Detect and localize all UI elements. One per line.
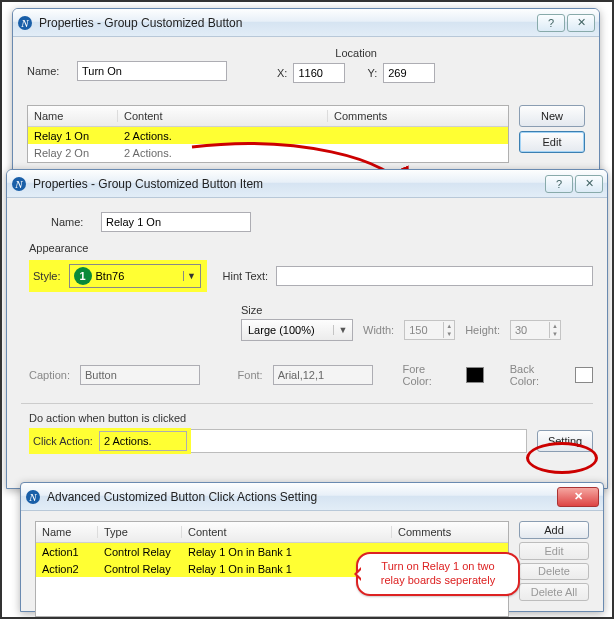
col-content[interactable]: Content xyxy=(118,110,328,122)
font-input xyxy=(273,365,373,385)
help-button[interactable]: ? xyxy=(545,175,573,193)
app-icon: N xyxy=(25,489,41,505)
hint-input[interactable] xyxy=(276,266,593,286)
x-input[interactable] xyxy=(293,63,345,83)
name-label: Name: xyxy=(51,216,101,228)
svg-text:N: N xyxy=(28,491,37,503)
click-action-label: Click Action: xyxy=(33,435,93,447)
chevron-down-icon: ▼ xyxy=(183,271,200,281)
hint-label: Hint Text: xyxy=(223,270,269,282)
size-label: Size xyxy=(241,304,593,316)
svg-text:N: N xyxy=(20,17,29,29)
window-title: Properties - Group Customized Button Ite… xyxy=(33,177,543,191)
window-group-button: N Properties - Group Customized Button ?… xyxy=(12,8,600,178)
table-row[interactable]: Relay 2 On 2 Actions. xyxy=(28,144,508,161)
col-comments[interactable]: Comments xyxy=(328,110,508,122)
delete-all-button[interactable]: Delete All xyxy=(519,583,589,601)
window-title: Properties - Group Customized Button xyxy=(39,16,535,30)
annotation-callout: Turn on Relay 1 on two relay boards sepe… xyxy=(356,552,520,596)
app-icon: N xyxy=(11,176,27,192)
col-comments[interactable]: Comments xyxy=(392,526,508,538)
name-input[interactable] xyxy=(77,61,227,81)
style-badge-icon: 1 xyxy=(74,267,92,285)
font-label: Font: xyxy=(238,369,263,381)
setting-button[interactable]: Setting xyxy=(537,430,593,452)
close-button[interactable]: ✕ xyxy=(557,487,599,507)
caption-label: Caption: xyxy=(29,369,70,381)
items-table[interactable]: Name Content Comments Relay 1 On 2 Actio… xyxy=(27,105,509,163)
col-content[interactable]: Content xyxy=(182,526,392,538)
window-title: Advanced Customized Button Click Actions… xyxy=(47,490,555,504)
size-combo[interactable]: Large (100%) ▼ xyxy=(241,319,353,341)
backcolor-swatch[interactable] xyxy=(575,367,593,383)
col-type[interactable]: Type xyxy=(98,526,182,538)
click-action-value xyxy=(99,431,187,451)
style-label: Style: xyxy=(33,270,61,282)
width-spinner: ▲▼ xyxy=(404,320,455,340)
caption-input xyxy=(80,365,200,385)
name-label: Name: xyxy=(27,65,77,77)
forecolor-swatch[interactable] xyxy=(466,367,484,383)
height-label: Height: xyxy=(465,324,500,336)
close-button[interactable]: ✕ xyxy=(567,14,595,32)
location-label: Location xyxy=(277,47,435,59)
y-label: Y: xyxy=(367,67,377,79)
table-row[interactable]: Relay 1 On 2 Actions. xyxy=(28,127,508,144)
window-actions-setting: N Advanced Customized Button Click Actio… xyxy=(20,482,604,612)
appearance-label: Appearance xyxy=(29,242,593,254)
titlebar-win3[interactable]: N Advanced Customized Button Click Actio… xyxy=(21,483,603,511)
delete-button[interactable]: Delete xyxy=(519,563,589,581)
callout-text: Turn on Relay 1 on two relay boards sepe… xyxy=(381,560,495,586)
svg-text:N: N xyxy=(14,178,23,190)
width-label: Width: xyxy=(363,324,394,336)
new-button[interactable]: New xyxy=(519,105,585,127)
titlebar-win1[interactable]: N Properties - Group Customized Button ?… xyxy=(13,9,599,37)
height-spinner: ▲▼ xyxy=(510,320,561,340)
style-combo[interactable]: 1 Btn76 ▼ xyxy=(69,264,201,288)
style-value: Btn76 xyxy=(96,270,183,282)
window-item-properties: N Properties - Group Customized Button I… xyxy=(6,169,608,489)
app-icon: N xyxy=(17,15,33,31)
x-label: X: xyxy=(277,67,287,79)
edit-button[interactable]: Edit xyxy=(519,131,585,153)
chevron-down-icon: ▼ xyxy=(333,325,352,335)
help-button[interactable]: ? xyxy=(537,14,565,32)
name-input[interactable] xyxy=(101,212,251,232)
add-button[interactable]: Add xyxy=(519,521,589,539)
do-action-label: Do action when button is clicked xyxy=(29,412,593,424)
y-input[interactable] xyxy=(383,63,435,83)
forecolor-label: Fore Color: xyxy=(402,363,456,387)
titlebar-win2[interactable]: N Properties - Group Customized Button I… xyxy=(7,170,607,198)
col-name[interactable]: Name xyxy=(28,110,118,122)
edit-button[interactable]: Edit xyxy=(519,542,589,560)
backcolor-label: Back Color: xyxy=(510,363,566,387)
col-name[interactable]: Name xyxy=(36,526,98,538)
close-button[interactable]: ✕ xyxy=(575,175,603,193)
